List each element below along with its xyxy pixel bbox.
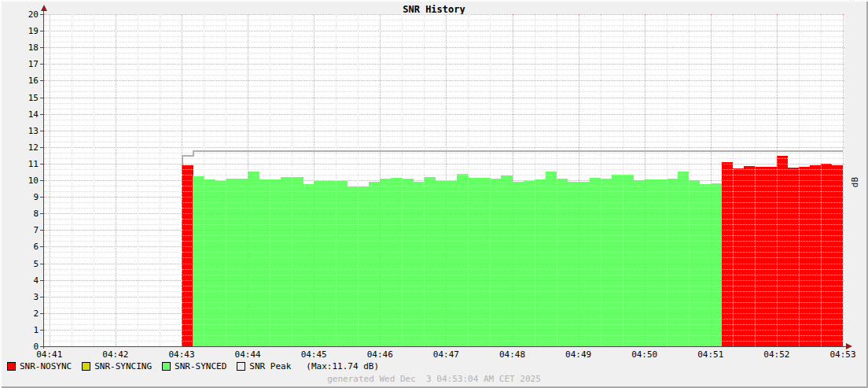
- snr-bar: [700, 184, 712, 346]
- snr-bar: [535, 179, 546, 346]
- snr-bar: [292, 177, 303, 346]
- gridline-h: [44, 120, 844, 120]
- legend-swatch: [7, 362, 16, 371]
- y-tick-label: 20: [0, 9, 39, 20]
- x-axis-line: [41, 346, 847, 347]
- snr-bar: [457, 174, 469, 346]
- x-tick-label: 04:51: [692, 349, 730, 360]
- gridline-h: [44, 69, 844, 70]
- snr-bar: [501, 176, 513, 346]
- snr-bar: [270, 179, 281, 346]
- legend-item: SNR-SYNCED: [162, 361, 226, 371]
- snr-bar: [391, 178, 403, 346]
- x-tick-label: 04:48: [494, 349, 531, 360]
- rrdtool-watermark: RRDTOOL / TOBI OETIKER: [848, 0, 856, 3]
- snr-bar: [193, 176, 204, 346]
- y-tick-mark: [40, 164, 43, 164]
- snr-bar: [777, 156, 789, 346]
- gridline-h: [44, 58, 844, 59]
- snr-bar: [325, 181, 337, 346]
- snr-bar: [303, 184, 314, 346]
- gridline-h: [44, 14, 844, 15]
- gridline-h: [44, 136, 844, 137]
- y-tick-mark: [40, 114, 43, 115]
- snr-bar: [435, 181, 447, 346]
- gridline-v: [94, 14, 94, 346]
- legend-swatch: [237, 362, 245, 371]
- snr-bar: [744, 166, 756, 346]
- legend-label: SNR-SYNCING: [94, 361, 152, 371]
- x-tick-label: 04:49: [560, 349, 598, 360]
- snr-bar: [524, 181, 535, 346]
- snr-bar: [358, 187, 370, 346]
- x-tick-label: 04:53: [824, 349, 862, 360]
- snr-bar: [579, 182, 590, 346]
- legend-item: SNR-SYNCING: [82, 361, 152, 371]
- snr-bar: [369, 182, 381, 346]
- y-tick-label: 6: [0, 242, 39, 252]
- gridline-h: [44, 131, 844, 131]
- gridline-h: [44, 42, 844, 42]
- gridline-h: [44, 158, 844, 159]
- snr-bar: [568, 182, 579, 346]
- y-tick-mark: [40, 264, 43, 264]
- legend-label: SNR Peak: [249, 361, 291, 371]
- gridline-h: [44, 147, 844, 148]
- peak-line-start: [182, 155, 183, 165]
- legend: SNR-NOSYNCSNR-SYNCINGSNR-SYNCEDSNR Peak(…: [7, 361, 379, 371]
- snr-history-graph: SNR History 0123456789101112131415161718…: [0, 0, 868, 388]
- snr-bar: [413, 182, 425, 346]
- page-title: SNR History: [0, 4, 868, 15]
- plot-area: [44, 14, 844, 346]
- snr-bar: [182, 165, 193, 346]
- snr-bar: [645, 179, 657, 346]
- y-tick-label: 3: [0, 292, 39, 302]
- gridline-h: [44, 86, 844, 87]
- y-tick-mark: [40, 64, 43, 65]
- y-tick-mark: [40, 230, 43, 231]
- y-tick-label: 4: [0, 275, 39, 286]
- y-tick-label: 10: [0, 176, 39, 186]
- snr-bar: [546, 172, 557, 346]
- y-tick-mark: [40, 31, 43, 31]
- gridline-v: [160, 14, 160, 346]
- legend-label: SNR-SYNCED: [175, 361, 226, 371]
- y-tick-mark: [40, 147, 43, 148]
- snr-bar: [590, 178, 601, 346]
- y-tick-mark: [40, 346, 43, 347]
- snr-bar: [281, 177, 292, 346]
- generated-timestamp: generated Wed Dec 3 04:53:04 AM CET 2025: [0, 374, 868, 384]
- y-tick-mark: [40, 297, 43, 297]
- y-tick-label: 13: [0, 126, 39, 136]
- snr-bar: [766, 167, 778, 346]
- y-tick-mark: [40, 246, 43, 247]
- y-tick-label: 2: [0, 309, 39, 319]
- y-axis-arrow-icon: [41, 5, 47, 11]
- snr-bar: [347, 187, 359, 346]
- y-tick-mark: [40, 80, 43, 81]
- legend-item: SNR Peak: [237, 361, 291, 371]
- snr-bar: [810, 165, 822, 346]
- snr-bar: [424, 177, 436, 346]
- gridline-v: [50, 14, 50, 346]
- snr-bar: [248, 172, 259, 346]
- snr-bar: [656, 179, 668, 346]
- snr-bar: [711, 183, 723, 346]
- y-tick-label: 15: [0, 93, 39, 103]
- snr-bar: [821, 164, 833, 346]
- snr-bar: [623, 175, 634, 346]
- gridline-h: [44, 47, 844, 48]
- y-tick-label: 17: [0, 59, 39, 69]
- y-tick-label: 12: [0, 142, 39, 153]
- snr-bar: [490, 179, 502, 346]
- snr-bar: [612, 175, 623, 346]
- gridline-h: [44, 20, 844, 20]
- y-tick-label: 8: [0, 209, 39, 219]
- snr-bar: [601, 179, 612, 346]
- snr-bar: [722, 162, 734, 346]
- y-tick-label: 14: [0, 109, 39, 120]
- snr-bar: [226, 179, 237, 346]
- y-tick-mark: [40, 98, 43, 98]
- y-axis-unit-label: dB: [850, 177, 860, 187]
- snr-bar: [678, 172, 690, 346]
